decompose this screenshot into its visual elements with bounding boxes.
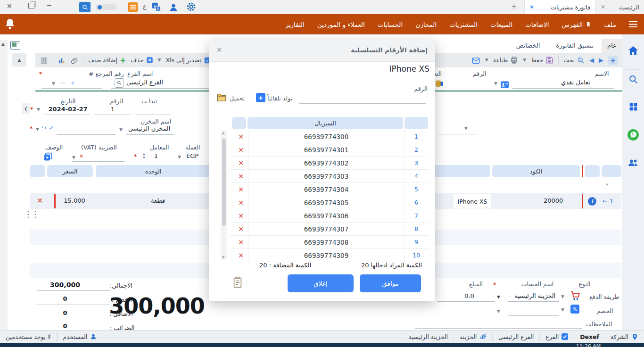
apps-grid-icon[interactable] [628,102,638,112]
percent-icon[interactable]: % [570,305,579,314]
item-name-cell[interactable]: IPhone XS [454,194,491,208]
menu-warehouses[interactable]: المخازن [415,21,437,28]
item-price[interactable]: 15,000 [60,197,89,204]
export-dropdown-icon[interactable]: ▼ [158,58,161,62]
columns-layout-icon[interactable] [40,56,48,65]
unit-column-header[interactable]: الوحده [96,165,211,177]
new-tab-button[interactable]: + [511,2,517,11]
search-button[interactable]: بحث [563,57,585,64]
delete-serial-x-icon[interactable]: ✕ [234,236,248,248]
serial-value[interactable]: 66939774300 [248,130,405,143]
serial-number-input[interactable] [299,96,426,104]
serial-row[interactable]: 666939774305✕ [230,196,428,209]
translate-icon[interactable]: عA [151,2,162,12]
ref-dropdown-icon[interactable]: ▼ [52,82,55,86]
snippet-icon[interactable]: + [10,41,20,50]
delete-button[interactable]: حذف [131,57,153,64]
scrollbar-thumb[interactable] [222,139,226,226]
menu-addons[interactable]: الاضافات [525,21,549,28]
delete-row-x-icon[interactable]: ✕ [37,196,43,205]
warehouse-return-arrow-icon[interactable]: ↪ [41,124,46,131]
warehouse-check-icon[interactable]: ✓ [49,124,54,131]
export-xls-button[interactable]: x تصدير إلى Xls [165,57,210,64]
auto-generate-icon[interactable]: + [256,93,265,102]
price-column-header[interactable]: السعر [47,165,93,177]
email-envelope-icon[interactable] [471,56,480,65]
serial-row[interactable]: 566939774304✕ [230,183,428,196]
ref-check-icon[interactable]: ✓ [71,80,75,86]
delete-serial-x-icon[interactable]: ✕ [234,249,248,262]
delete-serial-x-icon[interactable]: ✕ [234,209,248,222]
save-button[interactable]: حفظ [531,56,553,64]
serial-row[interactable]: 866939774307✕ [230,223,428,236]
discount-type-dropdown-icon[interactable]: ▼ [561,308,564,312]
notifications-bell-icon[interactable] [4,17,16,31]
chart-stats-icon[interactable] [58,56,66,65]
search-icon[interactable] [628,74,638,84]
quick-search-icon[interactable] [79,2,91,12]
upload-folder-icon[interactable] [216,92,227,102]
expand-panel-arrow-icon[interactable]: ❯ [22,103,30,114]
row-number-column-header[interactable] [602,165,621,177]
whatsapp-icon[interactable] [627,129,639,141]
language-letter[interactable]: ع [143,3,147,10]
close-button[interactable]: إغلاق [288,274,354,292]
delete-serial-x-icon[interactable]: ✕ [234,130,248,143]
menu-file[interactable]: ملف [604,21,616,28]
id-card-icon[interactable] [501,80,509,89]
settings-gear-icon[interactable] [186,1,197,12]
hidden-field-underline[interactable] [438,126,478,134]
save-dropdown-icon[interactable]: ▼ [523,58,526,62]
serial-row[interactable]: 766939774306✕ [230,209,428,223]
add-item-button[interactable]: + إضافة صنف [88,57,126,64]
delete-serial-x-icon[interactable]: ✕ [234,183,248,196]
serial-value[interactable]: 66939774308 [248,236,405,248]
cart-icon[interactable] [570,290,581,301]
account-dropdown-icon[interactable]: ▼ [497,295,500,299]
hidden-field-dropdown-icon[interactable]: ▼ [464,126,468,131]
menu-accounts[interactable]: الحسابات [378,21,403,28]
warehouse-mini-dropdown-icon[interactable]: ▼ [36,127,39,132]
delete-serial-x-icon[interactable]: ✕ [234,143,248,156]
discount-input[interactable] [508,307,559,316]
tab-purchase-invoice[interactable]: فاتورة مشتريات ✕ [524,0,595,14]
auto-generate-button[interactable]: تولد تلقائياً [267,95,292,102]
serial-value[interactable]: 66939774304 [248,183,405,196]
tab-close-icon[interactable]: ✕ [601,4,605,10]
notes-input[interactable] [415,321,582,329]
theme-toggle[interactable] [96,4,116,10]
tax-dropdown-icon[interactable]: ▼ [72,156,75,160]
serial-value[interactable]: 66939774306 [248,209,405,222]
serial-value[interactable]: 66939774305 [248,196,405,209]
number-field-input[interactable] [512,79,568,89]
serial-value[interactable]: 66939774303 [248,170,405,182]
menu-sales[interactable]: المبيعات [490,21,512,28]
tab-invoice-format[interactable]: تنسيق الفاتورة [549,39,601,53]
serial-value[interactable]: 66939774301 [248,143,405,156]
left-collapsed-panel[interactable]: ▲ [0,40,8,330]
number-dropdown-icon[interactable]: ▼ [494,82,497,86]
coins-icon[interactable] [435,78,444,88]
list-panel-icon[interactable] [128,2,138,12]
window-close-icon[interactable]: ✕ [7,2,12,10]
tab-home[interactable]: الرئيسية ✕ [596,0,644,14]
taxes-value[interactable]: 0 [37,322,93,330]
delete-serial-x-icon[interactable]: ✕ [234,223,248,235]
branch-field-value[interactable]: الفرع الرئيسى [126,79,163,86]
menu-index[interactable]: الفهرس [561,21,591,28]
item-code[interactable]: 20000 [544,197,581,204]
tax-clear-x-icon[interactable]: ✕ [79,153,83,159]
scroll-down-icon[interactable]: ▼ [222,256,224,259]
scroll-up-icon[interactable]: ▲ [222,131,224,135]
home-icon[interactable] [627,45,639,56]
nav-next-icon[interactable]: ▶ [599,57,603,64]
serial-row[interactable]: 266939774301✕ [230,143,428,157]
serial-value[interactable]: 66939774309 [248,249,405,262]
branch-status[interactable]: الفرع [539,332,574,341]
discount-dropdown-icon[interactable]: ▼ [497,309,500,314]
serial-row[interactable]: 366939774302✕ [230,157,428,170]
serial-value[interactable]: 66939774302 [248,157,405,169]
drag-handle-dots[interactable]: ⋮⋮ [24,209,38,219]
date-dropdown-icon[interactable]: ▼ [37,107,40,112]
new-record-plus-icon[interactable]: + [608,56,618,65]
